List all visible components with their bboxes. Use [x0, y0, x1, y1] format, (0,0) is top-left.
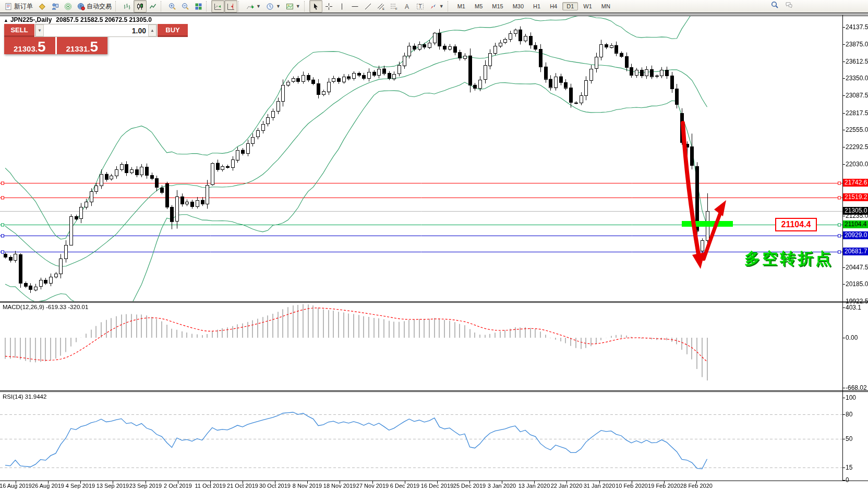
price-tag: 21742.6: [843, 179, 868, 187]
search-icon[interactable]: [771, 1, 779, 9]
timeframe-m15[interactable]: M15: [488, 2, 507, 10]
date-axis-label: 22 Jan 2020: [551, 483, 583, 489]
rsi-axis-label: 80: [846, 411, 852, 418]
zoom-in-button[interactable]: [166, 0, 179, 13]
chart-title-ohlc: 20857.5 21582.5 20672.5 21305.0: [56, 16, 152, 23]
price-axis-label: 22292.5: [846, 143, 868, 151]
svg-text:F: F: [395, 7, 397, 10]
date-axis-label: 8 Nov 2019: [293, 483, 322, 489]
date-axis-label: 13 Jan 2020: [519, 483, 550, 489]
date-axis-label: 30 Oct 2019: [259, 483, 291, 489]
price-tag: 20929.0: [843, 231, 868, 239]
chart-canvas[interactable]: [0, 0, 868, 492]
macd-axis-label: 403.1: [846, 304, 861, 311]
sell-button[interactable]: SELL: [4, 24, 34, 37]
bar-chart-icon: [123, 3, 131, 10]
price-axis-label: 23087.5: [846, 92, 868, 99]
cursor-button[interactable]: [309, 0, 322, 13]
chart-shift-icon: [227, 3, 235, 10]
candlestick-chart-icon: [136, 3, 144, 10]
chat-icon[interactable]: [785, 1, 793, 9]
date-axis-label: 19 Feb 2020: [648, 483, 680, 489]
signals-button[interactable]: [62, 0, 75, 13]
price-tag: 21519.2: [843, 193, 868, 201]
horizontal-line-button[interactable]: [348, 0, 361, 13]
volume-input[interactable]: [44, 24, 148, 36]
text-button[interactable]: A: [401, 0, 414, 13]
timeframe-h4[interactable]: H4: [546, 2, 561, 10]
timeframe-w1[interactable]: W1: [579, 2, 596, 10]
fibonacci-button[interactable]: F: [388, 0, 401, 13]
sell-price[interactable]: 21303.5: [4, 37, 55, 54]
profiles-icon: [38, 3, 46, 10]
fibonacci-icon: F: [390, 3, 398, 10]
toolbar-separator: [115, 1, 118, 11]
timeframe-m30[interactable]: M30: [509, 2, 528, 10]
indicators-button[interactable]: ▼: [244, 0, 263, 13]
trendline-button[interactable]: [361, 0, 375, 13]
crosshair-button[interactable]: [322, 0, 335, 13]
candlestick-chart-button[interactable]: [134, 0, 147, 13]
profiles-button[interactable]: [35, 0, 49, 13]
date-axis-label: 23 Sep 2019: [129, 483, 162, 489]
text-label-button[interactable]: T: [414, 0, 427, 13]
macd-axis-label: -668.02: [846, 384, 867, 391]
date-axis-label: 28 Feb 2020: [680, 483, 713, 489]
svg-text:E: E: [382, 7, 384, 10]
date-axis-label: 26 Aug 2019: [32, 483, 64, 489]
bar-chart-button[interactable]: [120, 0, 134, 13]
autotrading-button[interactable]: 自动交易: [75, 0, 114, 13]
rsi-axis-label: 0: [846, 476, 849, 484]
date-axis-label: 3 Jan 2020: [488, 483, 516, 489]
price-axis-label: 23350.0: [846, 75, 868, 82]
channel-button[interactable]: E: [375, 0, 388, 13]
chart-shift-button[interactable]: [224, 0, 237, 13]
text-icon: A: [403, 3, 411, 10]
cursor-icon: [312, 3, 320, 10]
date-axis-label: 6 Dec 2019: [390, 483, 419, 489]
timeframe-h1[interactable]: H1: [529, 2, 545, 10]
autotrading-icon: [77, 3, 85, 10]
price-tag: 20681.7: [843, 248, 868, 255]
templates-dropdown-icon[interactable]: ▼: [296, 4, 300, 9]
sell-price-main: 21303: [14, 44, 35, 53]
periods-button[interactable]: ▼: [263, 0, 283, 13]
market-watch-button[interactable]: [49, 0, 62, 13]
zoom-out-button[interactable]: [179, 0, 192, 13]
price-axis-label: 22817.5: [846, 109, 868, 117]
periods-dropdown-icon[interactable]: ▼: [276, 4, 281, 9]
timeframe-m1[interactable]: M1: [453, 2, 469, 10]
tile-windows-button[interactable]: [192, 0, 205, 13]
volume-increase-button[interactable]: ▲: [148, 24, 156, 36]
timeframe-m5[interactable]: M5: [471, 2, 487, 10]
trendline-icon: [364, 3, 372, 10]
channel-icon: E: [377, 3, 385, 10]
chart-title: ▲JPN225-,Daily20857.5 21582.5 20672.5 21…: [4, 16, 152, 23]
buy-price[interactable]: 21331.5: [57, 37, 108, 54]
signals-icon: [64, 3, 72, 10]
collapse-arrow-icon[interactable]: ▲: [4, 18, 8, 23]
vertical-line-button[interactable]: [335, 0, 348, 13]
line-chart-button[interactable]: [147, 0, 160, 13]
new-order-button[interactable]: 新订单: [2, 0, 35, 13]
chart-title-symbol: JPN225-,Daily: [10, 16, 52, 23]
indicators-dropdown-icon[interactable]: ▼: [256, 4, 261, 9]
date-axis-label: 31 Jan 2020: [584, 483, 616, 489]
text-label-icon: T: [416, 3, 424, 10]
timeframe-d1[interactable]: D1: [562, 2, 578, 10]
level-annotation-box: 21104.4: [775, 218, 817, 231]
volume-decrease-button[interactable]: ▼: [35, 24, 44, 36]
autotrading-label: 自动交易: [87, 2, 112, 11]
turning-point-annotation: 多空转折点: [744, 251, 833, 266]
macd-label: MACD(12,26,9) -619.33 -320.01: [3, 304, 88, 310]
timeframe-mn[interactable]: MN: [597, 2, 614, 10]
buy-button[interactable]: BUY: [158, 24, 188, 37]
price-axis-label: 22030.0: [846, 161, 868, 168]
templates-button[interactable]: ▼: [283, 0, 303, 13]
zoom-out-icon: [182, 3, 189, 10]
line-chart-icon: [149, 3, 157, 10]
auto-scroll-button[interactable]: [211, 0, 224, 13]
arrows-dropdown-icon[interactable]: ▼: [439, 4, 444, 9]
volume-control: ▼ ▲: [35, 24, 157, 37]
arrows-button[interactable]: ▼: [427, 0, 447, 13]
